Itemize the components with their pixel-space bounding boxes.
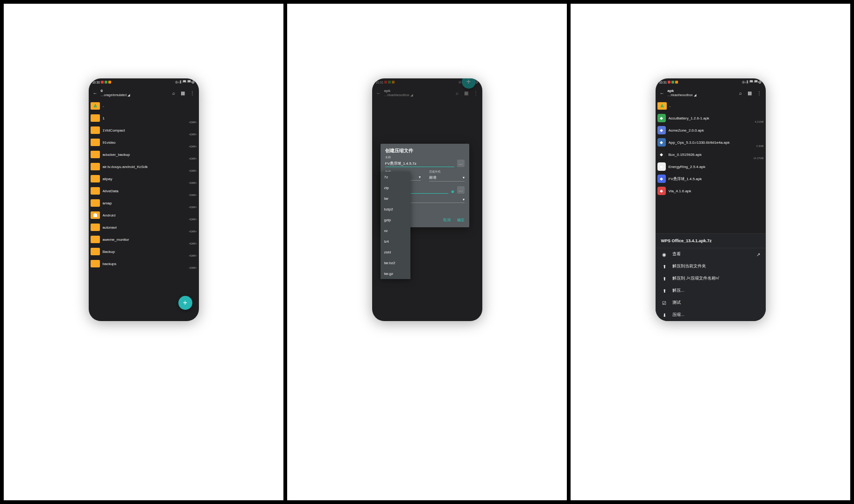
list-item[interactable]: backups<DIR> [89,258,199,270]
action-icon: ⬆ [661,288,668,294]
search-icon[interactable]: ⌕ [737,89,744,97]
apk-icon: ◆ [657,114,666,122]
list-item[interactable]: ◆FV悬浮球_1.4.5.apk [656,173,766,185]
format-option[interactable]: bzip2 [381,204,410,215]
list-item[interactable]: ◆App_Ops_5.3.0.r1330.6b9d1e4a.apk3.3MB [656,136,766,148]
dir-tag: <DIR> [189,254,197,257]
list-item[interactable]: 1VidCompact<DIR> [89,124,199,136]
overflow-icon[interactable]: ⋮ [189,89,196,97]
format-option[interactable]: lz4 [381,236,410,247]
format-options-list[interactable]: 7zziptarbzip2gzipxzlz4zstdtar.bz2tar.gz [381,172,410,279]
filename-input[interactable] [385,161,454,167]
folder-icon [91,236,100,243]
panel-1: 10:30 ◎⟂⁑ ᚙ ᚙ ⏻ ← 0 …orage/emulated ◢ ⌕ … [4,4,287,500]
list-item[interactable]: ◆AcmeZone_2.0.0.apk [656,124,766,136]
back-icon[interactable]: ← [658,89,666,97]
list-item[interactable]: amap<DIR> [89,197,199,209]
path-title[interactable]: apk …nload/woodbox ◢ [384,89,452,97]
title-line2: …orage/emulated ◢ [101,93,168,97]
folder-icon [91,187,100,195]
action-icon: ◉ [661,252,668,257]
sheet-title: WPS Office_13.4.1.apk.7z [656,234,766,248]
dir-tag: <DIR> [189,206,197,209]
list-item[interactable]: air.tv.douyu.android_KcSdk<DIR> [89,161,199,173]
format-option[interactable]: xz [381,225,410,236]
action-label: 测试 [672,300,760,306]
format-option[interactable]: 7z [381,172,410,182]
overflow-icon[interactable]: ⋮ [472,89,480,97]
format-option[interactable]: tar.bz2 [381,258,410,268]
format-option[interactable]: tar [381,193,410,204]
search-icon[interactable]: ⌕ [170,89,177,97]
list-item[interactable]: Android<DIR> [89,209,199,221]
list-item[interactable]: alipay<DIR> [89,173,199,185]
status-icon [388,81,391,84]
action-icon: ☑ [661,301,668,306]
dir-tag: <DIR> [189,121,197,124]
list-item[interactable]: adocker_backup<DIR> [89,148,199,161]
format-option[interactable]: zstd [381,247,410,258]
action-icon: ⬇ [661,313,668,318]
format-option[interactable]: gzip [381,215,410,225]
compress-value: 标准 [429,175,437,180]
list-item[interactable]: ◆Via_4.1.6.apk [656,185,766,197]
path-title[interactable]: 0 …orage/emulated ◢ [101,89,168,97]
list-item[interactable]: - [89,100,199,112]
item-label: Box_0.1515926.apk [669,153,764,157]
list-item[interactable]: AliveData<DIR> [89,185,199,197]
dir-tag: <DIR> [189,157,197,160]
file-list[interactable]: -1<DIR>1VidCompact<DIR>91video<DIR>adock… [89,100,199,321]
list-item[interactable]: ◆EnergyRing_2.5.4.apk [656,161,766,173]
sheet-action[interactable]: ⬇压缩… [656,309,766,321]
chevron-down-icon: ▾ [419,175,421,179]
list-item[interactable]: 1<DIR> [89,112,199,124]
sheet-action[interactable]: ⬆解压… [656,285,766,297]
sheet-action[interactable]: ◉查看↗ [656,248,766,260]
cancel-button[interactable]: 取消 [443,217,451,223]
phone-2: 10:31 ◎⟂⁑ ᚙ ᚙ ⏻ ← apk …nload/woodbox ◢ ⌕… [372,78,482,321]
item-label: EnergyRing_2.5.4.apk [669,165,764,169]
item-label: Android [103,213,197,217]
sheet-action[interactable]: ⬆解压到当前文件夹 [656,260,766,273]
three-panel-layout: 10:30 ◎⟂⁑ ᚙ ᚙ ⏻ ← 0 …orage/emulated ◢ ⌕ … [0,0,854,504]
grid-icon[interactable]: ▦ [179,89,187,97]
ok-button[interactable]: 确定 [457,217,465,223]
list-item[interactable]: ◆AccuBattery_1.2.6-1.apk4.21MB [656,112,766,124]
compress-dropdown[interactable]: 标准▾ [429,174,465,182]
arrow-icon: ↗ [756,252,760,257]
sheet-action[interactable]: ☑测试 [656,297,766,309]
overflow-icon[interactable]: ⋮ [755,89,763,97]
apk-icon: ◆ [657,150,666,159]
item-label: - [670,104,764,108]
list-item[interactable]: Backup<DIR> [89,245,199,258]
status-icon [384,81,387,84]
item-label: adocker_backup [103,153,197,157]
status-right-icons: ◎⟂⁑ ᚙ ᚙ ⏻ [175,80,195,84]
grid-icon[interactable]: ▦ [746,89,754,97]
format-option[interactable]: tar.gz [381,268,410,279]
list-item[interactable]: 91video<DIR> [89,136,199,148]
app-bar: ← 0 …orage/emulated ◢ ⌕ ▦ ⋮ [89,86,199,100]
format-option[interactable]: zip [381,182,410,193]
list-item[interactable]: autonavi<DIR> [89,221,199,233]
list-item[interactable]: aweme_monitor<DIR> [89,233,199,245]
password-helper-button[interactable]: … [457,186,465,194]
fab-add[interactable]: + [178,296,192,310]
item-label: AccuBattery_1.2.6-1.apk [669,116,764,120]
path-title[interactable]: apk …nload/woodbox ◢ [668,89,735,97]
list-item[interactable]: - [656,100,766,112]
folder-icon [91,224,100,231]
list-item[interactable]: ◆Box_0.1515926.apk14.27MB [656,148,766,161]
back-icon[interactable]: ← [375,89,382,97]
grid-icon[interactable]: ▦ [463,89,470,97]
dir-tag: <DIR> [189,169,197,172]
sheet-action[interactable]: ⬆解压到 ./<压缩文件名称>/ [656,273,766,285]
back-icon[interactable]: ← [92,89,99,97]
eye-icon[interactable]: ◉ [451,189,454,194]
status-icon [392,81,395,84]
item-label: App_Ops_5.3.0.r1330.6b9d1e4a.apk [669,140,764,145]
search-icon[interactable]: ⌕ [453,89,461,97]
folder-icon [91,260,100,267]
path-picker-button[interactable]: … [457,160,465,167]
item-meta: 4.21MB [755,120,764,123]
